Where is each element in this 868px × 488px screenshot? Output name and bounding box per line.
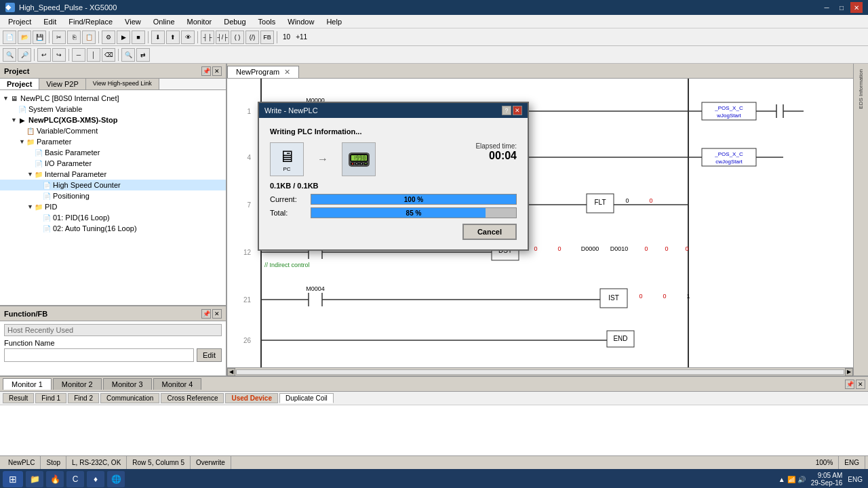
tb-compile[interactable]: ⚙ — [102, 30, 115, 44]
tb-stop[interactable]: ■ — [132, 30, 145, 44]
tree-item-basicparam[interactable]: 📄 Basic Parameter — [0, 147, 226, 158]
tree-item-pid[interactable]: ▼ 📁 PID — [0, 201, 226, 212]
menu-view[interactable]: View — [119, 16, 146, 27]
tb-ncontact[interactable]: ┤/├ — [216, 30, 229, 44]
tree-item-ioparam[interactable]: 📄 I/O Parameter — [0, 158, 226, 169]
menu-debug[interactable]: Debug — [218, 16, 251, 27]
bottom-panel-close[interactable]: ✕ — [856, 380, 865, 389]
taskbar-app-2[interactable]: 🔥 — [46, 471, 64, 487]
horizontal-scrollbar[interactable]: ◀ ▶ — [227, 367, 853, 375]
tb-del-hline[interactable]: ⌫ — [102, 48, 115, 62]
tab-newprogram[interactable]: NewProgram ✕ — [227, 66, 299, 78]
tb-monitor-start[interactable]: 👁 — [181, 30, 195, 44]
result-tab-find1[interactable]: Find 1 — [35, 393, 66, 403]
tray-volume[interactable]: 🔊 — [797, 476, 806, 483]
menu-tools[interactable]: Tools — [253, 16, 281, 27]
start-button[interactable]: ⊞ — [3, 471, 23, 487]
monitor3-tab[interactable]: Monitor 3 — [103, 378, 152, 390]
scroll-right-button[interactable]: ▶ — [845, 368, 853, 376]
tab-close-icon[interactable]: ✕ — [284, 68, 290, 76]
menu-online[interactable]: Online — [148, 16, 180, 27]
tb-funcblk[interactable]: FB — [260, 30, 274, 44]
tb-cut[interactable]: ✂ — [52, 30, 66, 44]
tb-new[interactable]: 📄 — [3, 30, 16, 44]
tray-chevron[interactable]: ▲ — [778, 476, 785, 483]
tb-save[interactable]: 💾 — [33, 30, 46, 44]
tb-run[interactable]: ▶ — [117, 30, 130, 44]
panel-close-button[interactable]: ✕ — [212, 66, 222, 76]
cancel-button[interactable]: Cancel — [462, 224, 517, 240]
tree-expander[interactable]: ▼ — [19, 138, 26, 145]
tree-item-pid16[interactable]: 📄 01: PID(16 Loop) — [0, 212, 226, 223]
tb-zoom-in[interactable]: 🔍 — [3, 48, 16, 62]
autotune-icon: 📄 — [42, 224, 52, 233]
tree-item-positioning[interactable]: 📄 Positioning — [0, 190, 226, 201]
tb-find[interactable]: 🔍 — [121, 48, 135, 62]
tb-vline[interactable]: │ — [87, 48, 100, 62]
menu-find-replace[interactable]: Find/Replace — [63, 16, 118, 27]
tb-write[interactable]: ⬇ — [151, 30, 165, 44]
tb-hline[interactable]: ─ — [72, 48, 85, 62]
monitor4-tab[interactable]: Monitor 4 — [153, 378, 202, 390]
tb-paste[interactable]: 📋 — [82, 30, 96, 44]
tb-copy[interactable]: ⎘ — [67, 30, 81, 44]
result-tab-find2[interactable]: Find 2 — [68, 393, 99, 403]
tree-item-newplc-stop[interactable]: ▼ ▶ NewPLC(XGB-XMS)-Stop — [0, 115, 226, 125]
menu-project[interactable]: Project — [3, 16, 37, 27]
menu-monitor[interactable]: Monitor — [182, 16, 218, 27]
tb-contact[interactable]: ┤├ — [201, 30, 214, 44]
tb-redo[interactable]: ↪ — [52, 48, 66, 62]
tree-item-sysvar[interactable]: 📄 System Variable — [0, 104, 226, 115]
dialog-help-button[interactable]: ? — [502, 106, 511, 115]
tree-item-parameter[interactable]: ▼ 📁 Parameter — [0, 136, 226, 147]
minimize-button[interactable]: ─ — [821, 2, 833, 13]
menu-help[interactable]: Help — [321, 16, 347, 27]
menu-edit[interactable]: Edit — [38, 16, 62, 27]
tree-item-newplc[interactable]: ▼ 🖥 NewPLC [B0S0 Internal Cnet] — [0, 93, 226, 104]
tb-open[interactable]: 📂 — [18, 30, 31, 44]
tree-expander[interactable]: ▼ — [27, 203, 34, 210]
function-name-input[interactable] — [4, 348, 194, 362]
func-panel-close[interactable]: ✕ — [212, 309, 222, 319]
panel-pin-button[interactable]: 📌 — [201, 66, 211, 76]
monitor1-tab[interactable]: Monitor 1 — [3, 378, 52, 390]
tab-view-highspeed[interactable]: View High-speed Link — [86, 79, 159, 89]
tb-zoom-out[interactable]: 🔎 — [18, 48, 31, 62]
taskbar-app-1[interactable]: 📁 — [26, 471, 43, 487]
tree-item-internalparam[interactable]: ▼ 📁 Internal Parameter — [0, 169, 226, 180]
dialog-close-button[interactable]: ✕ — [513, 106, 522, 115]
func-panel-pin[interactable]: 📌 — [201, 309, 211, 319]
result-tab-crossref[interactable]: Cross Reference — [161, 393, 224, 403]
tree-item-highspeedcounter[interactable]: 📄 High Speed Counter — [0, 180, 226, 190]
taskbar-app-4[interactable]: ♦ — [87, 471, 104, 487]
edit-function-button[interactable]: Edit — [197, 348, 222, 362]
tb-coil[interactable]: ( ) — [231, 30, 244, 44]
monitor2-tab[interactable]: Monitor 2 — [53, 378, 102, 390]
result-tab-result[interactable]: Result — [3, 393, 34, 403]
tb-num2-display: +11 — [294, 33, 309, 41]
tree-item-varcomment[interactable]: 📋 Variable/Comment — [0, 125, 226, 136]
taskbar-app-5[interactable]: 🌐 — [107, 471, 125, 487]
tb-ncoil[interactable]: (/) — [245, 30, 259, 44]
tb-replace[interactable]: ⇄ — [136, 48, 150, 62]
result-tab-useddevice[interactable]: Used Device — [225, 393, 277, 403]
tree-label: Internal Parameter — [45, 170, 106, 178]
bottom-panel-pin[interactable]: 📌 — [845, 380, 854, 389]
result-tab-communication[interactable]: Communication — [100, 393, 159, 403]
tab-project[interactable]: Project — [0, 79, 39, 89]
menu-window[interactable]: Window — [282, 16, 319, 27]
status-mode: Overwrite — [191, 456, 231, 469]
tb-read[interactable]: ⬆ — [166, 30, 180, 44]
tree-expander[interactable]: ▼ — [3, 95, 9, 102]
tree-expander[interactable]: ▼ — [11, 117, 18, 123]
tree-expander[interactable]: ▼ — [27, 171, 34, 178]
tab-view-p2p[interactable]: View P2P — [39, 79, 86, 89]
scroll-left-button[interactable]: ◀ — [227, 368, 235, 376]
tree-item-autotune[interactable]: 📄 02: Auto Tuning(16 Loop) — [0, 223, 226, 234]
maximize-button[interactable]: □ — [835, 2, 848, 13]
scroll-track[interactable] — [236, 369, 844, 375]
tb-undo[interactable]: ↩ — [37, 48, 51, 62]
close-button[interactable]: ✕ — [850, 2, 863, 13]
result-tab-duplicatecoil[interactable]: Duplicate Coil — [279, 393, 334, 403]
taskbar-app-3[interactable]: C — [66, 471, 84, 487]
